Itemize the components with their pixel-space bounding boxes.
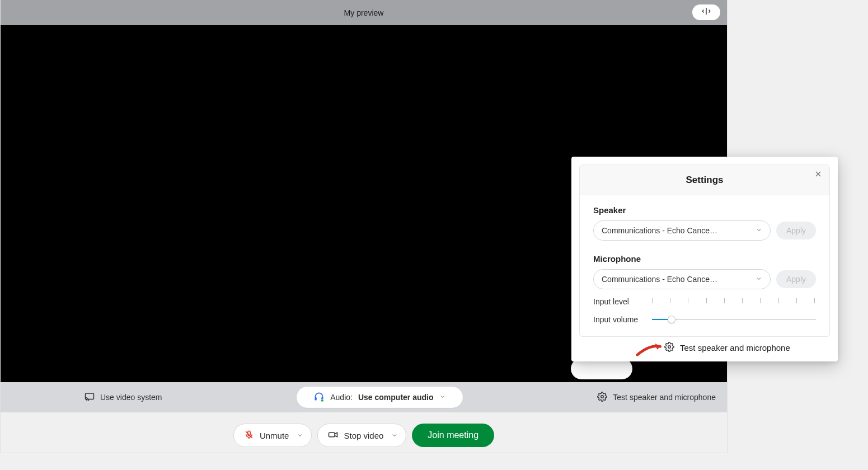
svg-point-11 — [668, 346, 671, 349]
close-settings-button[interactable] — [813, 170, 824, 181]
apply-mic-button: Apply — [776, 270, 816, 288]
settings-title: Settings — [686, 175, 723, 186]
svg-point-3 — [321, 399, 324, 402]
gear-icon — [597, 392, 607, 403]
mic-device-value: Communications - Echo Cancellin... — [602, 275, 719, 284]
join-meeting-label: Join meeting — [428, 430, 478, 440]
camera-icon — [328, 430, 338, 441]
input-level-meter — [652, 298, 816, 306]
chevron-down-icon — [439, 393, 446, 402]
join-meeting-button[interactable]: Join meeting — [412, 424, 494, 447]
mirror-toggle-button[interactable] — [692, 4, 720, 20]
mic-section-label: Microphone — [593, 254, 816, 264]
speaker-device-select[interactable]: Communications - Echo Cancellin... — [593, 220, 771, 241]
gear-icon — [664, 342, 674, 354]
mic-device-select[interactable]: Communications - Echo Cancellin... — [593, 269, 771, 289]
chevron-down-icon[interactable] — [297, 431, 303, 440]
speaker-section-label: Speaker — [593, 205, 816, 215]
settings-header: Settings — [580, 165, 829, 195]
unmute-label: Unmute — [260, 431, 289, 440]
settings-body: Speaker Communications - Echo Cancellin.… — [580, 195, 829, 325]
settings-popover: Settings Speaker Communications - Echo C… — [571, 157, 838, 361]
mic-muted-icon — [244, 430, 254, 441]
settings-panel: Settings Speaker Communications - Echo C… — [579, 164, 830, 337]
input-volume-label: Input volume — [593, 315, 652, 324]
stop-video-label: Stop video — [344, 431, 383, 440]
input-volume-slider[interactable] — [652, 314, 816, 325]
stop-video-button[interactable]: Stop video — [317, 424, 406, 447]
audio-options-bar: Use video system Audio: Use computer aud… — [1, 382, 727, 412]
chevron-down-icon[interactable] — [391, 431, 398, 440]
bottom-controls: Unmute Stop video Join meeting — [1, 412, 727, 453]
audio-mode-value: Use computer audio — [358, 393, 434, 402]
test-speaker-mic-label: Test speaker and microphone — [613, 393, 716, 402]
popover-test-label: Test speaker and microphone — [680, 343, 790, 352]
apply-mic-label: Apply — [786, 275, 806, 284]
test-speaker-mic-button[interactable]: Test speaker and microphone — [597, 392, 716, 403]
audio-mode-selector[interactable]: Audio: Use computer audio — [297, 387, 462, 408]
preview-header: My preview — [1, 0, 727, 25]
apply-speaker-button: Apply — [776, 222, 816, 239]
audio-mode-prefix: Audio: — [330, 393, 353, 402]
use-video-system-button[interactable]: Use video system — [85, 392, 162, 403]
apply-speaker-label: Apply — [786, 226, 806, 235]
slider-track — [652, 319, 816, 320]
mirror-icon — [702, 7, 711, 18]
svg-rect-0 — [86, 393, 94, 400]
annotation-arrow-icon — [635, 339, 667, 358]
svg-rect-8 — [329, 433, 335, 437]
cast-icon — [85, 392, 95, 403]
close-icon — [814, 170, 822, 180]
chevron-down-icon — [756, 275, 762, 284]
slider-thumb[interactable] — [668, 316, 675, 323]
use-video-system-label: Use video system — [100, 393, 162, 402]
speaker-device-value: Communications - Echo Cancellin... — [602, 226, 719, 235]
unmute-button[interactable]: Unmute — [233, 424, 312, 447]
svg-rect-1 — [315, 397, 317, 400]
chevron-down-icon — [756, 226, 762, 235]
svg-point-4 — [601, 395, 604, 398]
input-level-label: Input level — [593, 297, 652, 306]
preview-title: My preview — [344, 8, 384, 17]
headset-icon — [313, 391, 325, 404]
popover-test-speaker-mic-button[interactable]: Test speaker and microphone — [664, 342, 790, 354]
